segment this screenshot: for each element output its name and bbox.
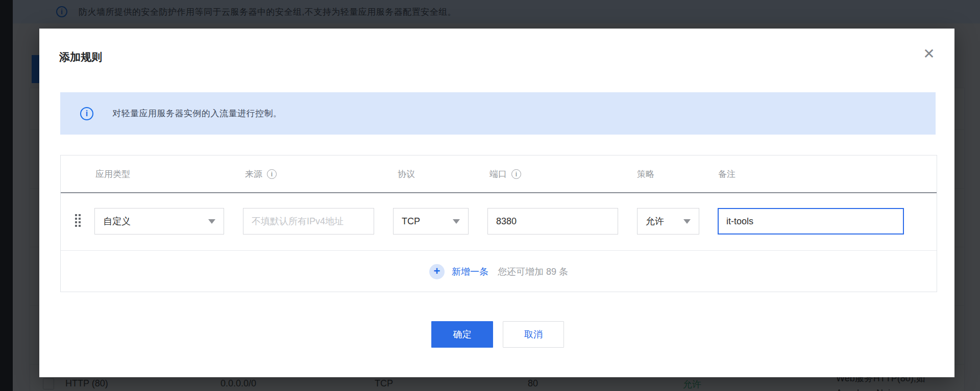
header-policy: 策略	[637, 168, 654, 180]
port-value: 8380	[496, 216, 517, 227]
add-rule-row: + 新增一条 您还可增加 89 条	[61, 250, 937, 292]
header-label: 来源	[245, 168, 262, 180]
chevron-down-icon	[683, 219, 691, 224]
port-input[interactable]: 8380	[487, 208, 618, 234]
header-application-type: 应用类型	[95, 168, 130, 180]
policy-value: 允许	[646, 215, 664, 227]
info-icon[interactable]: i	[267, 169, 277, 179]
header-label: 协议	[398, 168, 415, 180]
confirm-button[interactable]: 确定	[431, 321, 493, 348]
cancel-button[interactable]: 取消	[503, 321, 564, 348]
remark-value: it-tools	[726, 216, 753, 227]
chevron-down-icon	[208, 219, 215, 224]
application-type-select[interactable]: 自定义	[94, 208, 224, 234]
inbound-control-text: 对轻量应用服务器实例的入流量进行控制。	[112, 108, 282, 119]
remark-input[interactable]: it-tools	[718, 208, 904, 234]
header-protocol: 协议	[398, 168, 415, 180]
rule-row: 自定义 不填默认所有IPv4地址 TCP 8380 允许 it-tools	[61, 194, 937, 250]
protocol-select[interactable]: TCP	[393, 208, 469, 234]
rule-table-header: 应用类型 来源 i 协议 端口 i 策略 备注	[61, 155, 937, 193]
header-port: 端口 i	[489, 168, 521, 180]
header-label: 端口	[489, 168, 507, 180]
policy-select[interactable]: 允许	[637, 208, 699, 234]
header-source: 来源 i	[245, 168, 277, 180]
header-label: 策略	[637, 168, 654, 180]
inbound-control-banner: i 对轻量应用服务器实例的入流量进行控制。	[60, 92, 936, 135]
header-label: 应用类型	[95, 168, 130, 180]
chevron-down-icon	[453, 219, 460, 224]
source-placeholder: 不填默认所有IPv4地址	[252, 215, 344, 227]
info-icon[interactable]: i	[511, 169, 521, 179]
application-type-value: 自定义	[103, 215, 131, 227]
protocol-value: TCP	[402, 216, 420, 227]
rule-table: 应用类型 来源 i 协议 端口 i 策略 备注	[60, 155, 937, 292]
header-remark: 备注	[718, 168, 736, 180]
close-icon[interactable]: ✕	[919, 44, 939, 64]
header-label: 备注	[718, 168, 736, 180]
modal-title: 添加规则	[59, 50, 102, 64]
remaining-quota-hint: 您还可增加 89 条	[498, 266, 568, 278]
drag-handle[interactable]	[75, 214, 81, 227]
add-rule-modal: 添加规则 ✕ i 对轻量应用服务器实例的入流量进行控制。 应用类型 来源 i 协…	[39, 29, 954, 377]
plus-icon[interactable]: +	[429, 264, 445, 279]
info-icon: i	[80, 107, 93, 120]
source-input[interactable]: 不填默认所有IPv4地址	[243, 208, 374, 234]
add-one-link[interactable]: 新增一条	[452, 266, 488, 278]
